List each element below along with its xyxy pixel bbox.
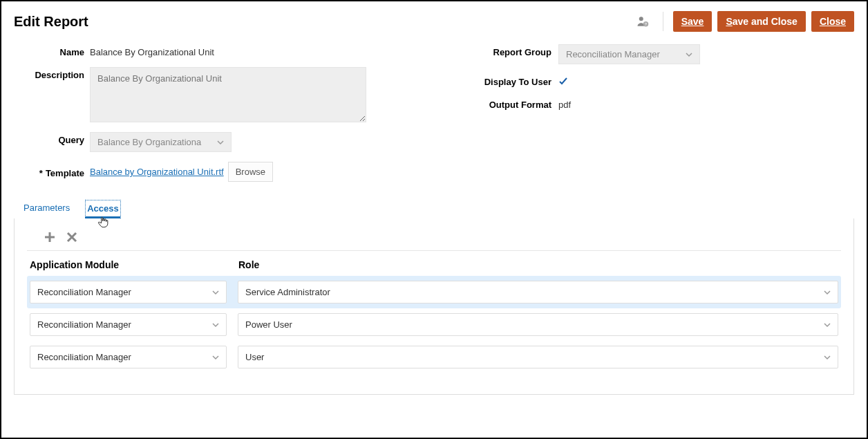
query-value: Balance By Organizationa bbox=[97, 137, 201, 147]
role-value: Service Administrator bbox=[245, 287, 330, 297]
role-select[interactable]: Power User bbox=[238, 313, 838, 336]
role-select[interactable]: User bbox=[238, 346, 838, 368]
module-value: Reconciliation Manager bbox=[37, 352, 131, 362]
output-format-label: Output Format bbox=[455, 97, 558, 110]
template-label: *Template bbox=[14, 165, 90, 178]
query-select: Balance By Organizationa bbox=[90, 132, 232, 152]
report-group-value: Reconciliation Manager bbox=[566, 49, 660, 59]
column-header-role: Role bbox=[238, 259, 841, 270]
name-value: Balance By Organizational Unit bbox=[90, 44, 214, 57]
name-label: Name bbox=[14, 44, 90, 57]
module-value: Reconciliation Manager bbox=[37, 287, 131, 297]
add-icon[interactable] bbox=[44, 231, 56, 243]
table-row[interactable]: Reconciliation Manager User bbox=[27, 341, 841, 373]
display-to-user-label: Display To User bbox=[455, 74, 558, 87]
tab-access-label: Access bbox=[87, 203, 119, 214]
cursor-hand-icon bbox=[97, 215, 109, 227]
check-icon bbox=[558, 77, 568, 86]
chevron-down-icon bbox=[212, 289, 219, 296]
query-label: Query bbox=[14, 132, 90, 145]
page-title: Edit Report bbox=[14, 14, 88, 30]
column-header-module: Application Module bbox=[30, 259, 238, 270]
report-group-label: Report Group bbox=[455, 44, 558, 57]
close-button[interactable]: Close bbox=[811, 11, 854, 32]
role-value: Power User bbox=[245, 319, 292, 330]
module-select[interactable]: Reconciliation Manager bbox=[30, 313, 227, 336]
chevron-down-icon bbox=[212, 321, 219, 328]
chevron-down-icon bbox=[686, 51, 692, 58]
module-value: Reconciliation Manager bbox=[37, 319, 131, 330]
description-input[interactable] bbox=[90, 67, 366, 122]
save-and-close-button[interactable]: Save and Close bbox=[717, 11, 806, 32]
module-select[interactable]: Reconciliation Manager bbox=[30, 281, 227, 303]
description-label: Description bbox=[14, 67, 90, 80]
role-value: User bbox=[245, 352, 264, 362]
browse-button[interactable]: Browse bbox=[228, 162, 273, 182]
module-select[interactable]: Reconciliation Manager bbox=[30, 346, 227, 368]
template-file-link[interactable]: Balance by Organizational Unit.rtf bbox=[90, 167, 224, 177]
divider bbox=[27, 250, 841, 251]
role-select[interactable]: Service Administrator bbox=[238, 281, 838, 303]
access-panel: Application Module Role Reconciliation M… bbox=[14, 218, 854, 395]
output-format-value: pdf bbox=[558, 97, 571, 110]
divider bbox=[663, 12, 663, 31]
chevron-down-icon bbox=[824, 354, 831, 361]
report-group-select: Reconciliation Manager bbox=[558, 44, 700, 64]
chevron-down-icon bbox=[212, 354, 219, 361]
svg-point-0 bbox=[639, 17, 643, 21]
save-button[interactable]: Save bbox=[673, 11, 713, 32]
display-to-user-check bbox=[558, 74, 568, 86]
chevron-down-icon bbox=[217, 139, 224, 146]
chevron-down-icon bbox=[824, 289, 831, 296]
tab-parameters[interactable]: Parameters bbox=[22, 200, 71, 218]
table-row[interactable]: Reconciliation Manager Power User bbox=[27, 308, 841, 341]
user-icon[interactable]: ? bbox=[636, 15, 653, 28]
table-row[interactable]: Reconciliation Manager Service Administr… bbox=[27, 276, 841, 308]
chevron-down-icon bbox=[824, 321, 831, 328]
delete-icon[interactable] bbox=[66, 231, 78, 243]
tab-access[interactable]: Access bbox=[85, 200, 121, 218]
